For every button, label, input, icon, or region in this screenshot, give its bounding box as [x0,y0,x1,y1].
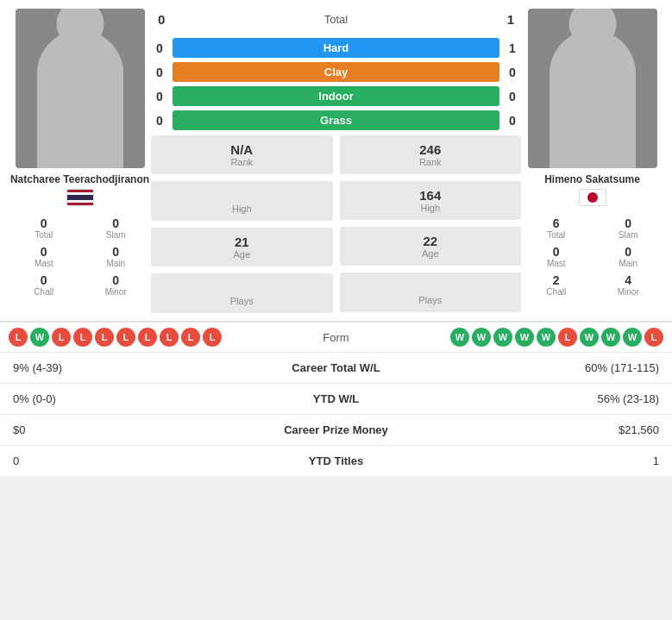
form-badge-l: L [203,328,222,347]
left-player-avatar [16,9,145,168]
stat-label-3: YTD Titles [250,454,423,467]
right-total-value: 6 [523,216,590,230]
japan-circle [587,192,598,203]
form-label: Form [302,331,371,344]
hard-badge: Hard [173,38,499,58]
left-chall-value: 0 [10,273,78,287]
players-area: Natcharee Teerachodjiranon 0 Total 0 Sla… [0,0,672,322]
stat-label-1: YTD W/L [250,392,423,405]
stat-left-3: 0 [13,454,250,467]
main-container: Natcharee Teerachodjiranon 0 Total 0 Sla… [0,0,672,476]
left-plays-value [160,280,324,296]
right-slam-value: 0 [595,216,663,230]
stat-right-1: 56% (23-18) [423,392,660,405]
stat-row-2: $0 Career Prize Money $21,560 [0,414,672,445]
form-badge-w: W [472,328,491,347]
form-section: LWLLLLLLLL Form WWWWWLWWWL [0,322,672,352]
left-player-name: Natcharee Teerachodjiranon [10,173,149,185]
right-slam-label: Slam [595,230,663,240]
right-rank-value: 246 [349,142,513,157]
clay-left-score: 0 [151,66,168,79]
form-badge-w: W [515,328,534,347]
right-player-card: Himeno Sakatsume 6 Total 0 Slam 0 Mast [521,9,663,316]
right-slam-cell: 0 Slam [593,215,664,241]
form-badge-l: L [644,328,663,347]
right-stats-grid: 6 Total 0 Slam 0 Mast 0 Main 2 Chall [521,215,663,298]
form-badge-w: W [450,328,469,347]
left-main-value: 0 [83,245,150,259]
total-label: Total [324,13,348,26]
indoor-left-score: 0 [151,90,168,103]
right-total-label: Total [523,230,590,240]
stat-right-3: 1 [423,454,660,467]
right-plays-panel: Plays [340,272,522,312]
left-main-cell: 0 Main [81,243,152,270]
right-main-cell: 0 Main [593,243,664,270]
form-badge-l: L [558,328,577,347]
left-minor-label: Minor [83,287,150,297]
right-form-results: WWWWWLWWWL [374,328,664,347]
right-main-value: 0 [595,245,663,259]
left-main-label: Main [83,259,150,268]
form-badge-w: W [580,328,599,347]
form-badge-w: W [30,328,49,347]
stat-label-2: Career Prize Money [250,423,423,436]
grass-badge: Grass [173,110,499,130]
indoor-row: 0 Indoor 0 [151,86,521,106]
right-high-value: 164 [349,188,513,203]
total-row: 0 Total 1 [151,9,521,34]
right-high-panel: 164 High [340,181,522,220]
left-chall-cell: 0 Chall [9,272,79,298]
right-player-name: Himeno Sakatsume [544,173,640,185]
right-rank-label: Rank [349,157,513,167]
stat-label-0: Career Total W/L [250,361,423,374]
clay-row: 0 Clay 0 [151,62,521,82]
form-badge-l: L [52,328,71,347]
right-mast-cell: 0 Mast [521,243,592,270]
right-high-label: High [349,203,513,213]
left-avatar-silhouette [37,30,123,168]
indoor-badge: Indoor [173,86,499,106]
clay-badge: Clay [173,62,499,82]
right-minor-value: 4 [595,273,663,287]
left-slam-label: Slam [83,230,150,240]
left-plays-label: Plays [160,296,324,306]
left-age-panel: 21 Age [151,228,333,266]
right-main-label: Main [595,259,663,268]
right-minor-cell: 4 Minor [593,272,664,298]
stat-rows-container: 9% (4-39) Career Total W/L 60% (171-115)… [0,352,672,476]
center-area: 0 Total 1 0 Hard 1 0 Clay 0 [151,9,521,316]
stat-left-2: $0 [13,423,250,436]
clay-right-score: 0 [504,66,521,79]
form-badge-l: L [95,328,114,347]
right-mast-value: 0 [523,245,590,259]
stat-row-1: 0% (0-0) YTD W/L 56% (23-18) [0,383,672,414]
right-minor-label: Minor [595,287,663,297]
left-high-panel: High [151,181,333,221]
left-slam-cell: 0 Slam [81,215,152,241]
hard-row: 0 Hard 1 [151,38,521,58]
hard-right-score: 1 [504,41,521,55]
form-badge-w: W [623,328,642,347]
form-badge-l: L [73,328,92,347]
form-badge-l: L [160,328,179,347]
form-badge-w: W [493,328,512,347]
left-mast-cell: 0 Mast [9,243,79,270]
left-rank-value: N/A [160,142,324,157]
right-total-cell: 6 Total [521,215,592,241]
stat-right-2: $21,560 [423,423,660,436]
left-player-flag [66,189,94,206]
total-right-score: 1 [507,12,514,27]
right-chall-label: Chall [523,287,590,297]
left-rank-label: Rank [160,157,324,167]
form-badge-l: L [9,328,28,347]
right-plays-value [349,279,513,295]
right-rank-panel: 246 Rank [340,135,522,174]
left-high-value [160,188,324,204]
stat-right-0: 60% (171-115) [423,361,660,374]
form-badge-l: L [138,328,157,347]
grass-row: 0 Grass 0 [151,110,521,130]
right-player-flag [579,189,606,206]
stat-left-0: 9% (4-39) [13,361,250,374]
left-form-results: LWLLLLLLLL [9,328,298,347]
